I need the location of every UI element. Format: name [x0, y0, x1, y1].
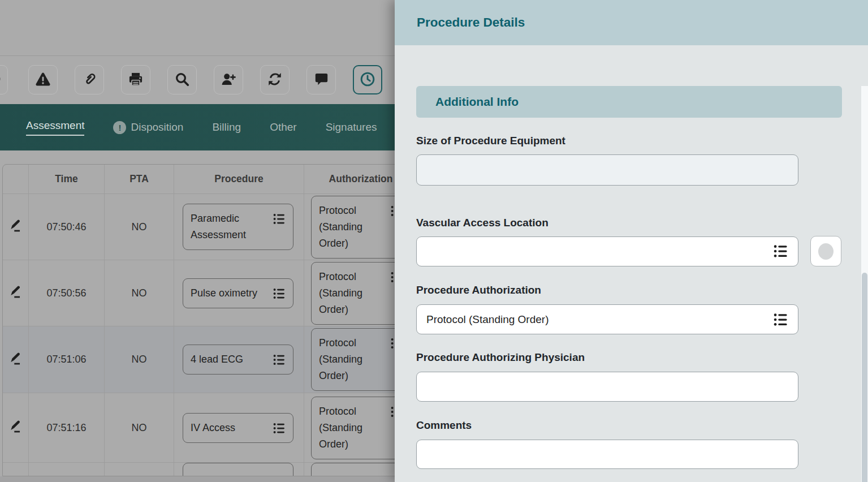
edit-pencil-icon	[8, 218, 23, 235]
header-time: Time	[29, 165, 105, 194]
print-button[interactable]	[121, 65, 150, 94]
vascular-access-location-input[interactable]	[416, 236, 798, 266]
list-icon	[273, 213, 286, 225]
procedure-cell: Pulse oximetry	[174, 260, 304, 326]
time-cell: 07:51:16	[29, 393, 105, 463]
warning-circle-icon: !	[113, 121, 126, 134]
header-pta: PTA	[105, 165, 174, 194]
tab-other[interactable]: Other	[270, 121, 297, 134]
comments-button[interactable]	[306, 65, 336, 94]
person-add-icon	[221, 71, 236, 89]
tab-assessment[interactable]: Assessment	[26, 119, 84, 136]
edit-cell[interactable]	[3, 326, 29, 393]
edit-cell[interactable]	[3, 194, 29, 260]
header-procedure: Procedure	[174, 165, 304, 194]
authorization-value: Protocol (Standing Order)	[319, 203, 384, 252]
procedure-authorization-label: Procedure Authorization	[416, 284, 868, 296]
list-icon	[774, 244, 788, 259]
edit-pencil-icon	[8, 419, 23, 436]
list-icon	[273, 354, 286, 366]
procedure-picker[interactable]: 4 lead ECG	[183, 345, 293, 375]
procedure-cell: IV Access	[174, 393, 304, 463]
panel-header: Procedure Details	[395, 0, 868, 45]
procedure-authorizing-physician-input[interactable]	[416, 372, 798, 402]
procedure-cell: Paramedic Assessment	[174, 194, 304, 260]
tab-billing[interactable]: Billing	[212, 121, 241, 134]
edit-cell[interactable]	[3, 393, 29, 463]
complete-button[interactable]	[0, 65, 8, 94]
comments-label: Comments	[416, 419, 868, 432]
paperclip-icon	[81, 71, 97, 89]
pta-cell: NO	[105, 260, 174, 326]
time-cell	[29, 463, 105, 476]
edit-pencil-icon	[8, 285, 23, 302]
check-circle-icon	[0, 71, 1, 88]
procedure-value: Pulse oximetry	[191, 285, 266, 302]
authorization-value: Protocol (Standing Order)	[319, 335, 384, 384]
vascular-access-option-button[interactable]	[810, 236, 841, 266]
procedure-picker[interactable]	[183, 463, 293, 476]
sync-button[interactable]	[260, 65, 290, 94]
chat-icon	[314, 71, 329, 88]
search-button[interactable]	[167, 65, 197, 94]
edit-cell[interactable]	[3, 260, 29, 326]
warning-triangle-icon	[35, 71, 51, 89]
panel-body: Additional Info Size of Procedure Equipm…	[395, 86, 868, 482]
time-cell: 07:50:46	[29, 194, 105, 260]
pta-cell: NO	[105, 326, 174, 393]
procedure-cell	[174, 463, 304, 476]
tab-disposition[interactable]: ! Disposition	[113, 121, 183, 134]
list-icon	[273, 422, 286, 434]
tab-assessment-label: Assessment	[26, 119, 84, 136]
section-title: Additional Info	[435, 95, 519, 109]
procedure-picker[interactable]: IV Access	[183, 413, 293, 443]
vascular-access-location-label: Vascular Access Location	[416, 217, 868, 229]
procedure-authorizing-physician-label: Procedure Authorizing Physician	[416, 351, 868, 364]
edit-cell	[3, 463, 29, 476]
procedure-authorization-input[interactable]: Protocol (Standing Order)	[416, 304, 798, 334]
comments-input[interactable]	[416, 440, 798, 469]
table-row-selected: 07:51:06 NO 4 lead ECG Protocol (Standin…	[3, 326, 418, 393]
procedure-details-panel: Procedure Details Additional Info Size o…	[395, 0, 868, 482]
panel-title: Procedure Details	[417, 15, 525, 30]
tab-signatures-label: Signatures	[326, 121, 377, 134]
time-cell: 07:50:56	[29, 260, 105, 326]
size-of-procedure-equipment-label: Size of Procedure Equipment	[416, 135, 868, 147]
search-icon	[174, 71, 190, 89]
procedure-value: Paramedic Assessment	[191, 210, 266, 243]
edit-pencil-icon	[8, 351, 23, 368]
table-row: 07:51:16 NO IV Access Protocol (Standing…	[3, 393, 418, 463]
size-of-procedure-equipment-input[interactable]	[416, 154, 798, 186]
table-header-row: Time PTA Procedure Authorization	[3, 165, 418, 194]
table-row: 07:50:56 NO Pulse oximetry Protocol (Sta…	[3, 260, 418, 326]
sync-icon	[267, 71, 283, 89]
pta-cell	[105, 463, 174, 476]
alerts-button[interactable]	[28, 65, 58, 94]
table-row-partial	[3, 463, 418, 476]
panel-scrollbar-thumb[interactable]	[862, 273, 867, 482]
procedure-value: 4 lead ECG	[191, 351, 266, 368]
procedures-table: Time PTA Procedure Authorization 07:50:4…	[2, 164, 419, 476]
clock-icon	[359, 71, 376, 89]
app-screen: Assessment ! Disposition Billing Other S…	[0, 0, 868, 482]
procedure-picker[interactable]: Paramedic Assessment	[183, 204, 293, 250]
gray-dot-icon	[818, 243, 834, 260]
table-row: 07:50:46 NO Paramedic Assessment Protoco…	[3, 194, 418, 260]
panel-scrollbar-track[interactable]	[861, 86, 868, 482]
procedure-picker[interactable]: Pulse oximetry	[183, 278, 293, 308]
tab-billing-label: Billing	[212, 121, 241, 134]
authorization-value: Protocol (Standing Order)	[319, 403, 384, 453]
list-icon	[774, 312, 788, 327]
time-cell: 07:51:06	[29, 326, 105, 393]
times-button[interactable]	[353, 65, 382, 94]
pta-cell: NO	[105, 194, 174, 260]
attachments-button[interactable]	[75, 65, 104, 94]
tab-other-label: Other	[270, 121, 297, 134]
pta-cell: NO	[105, 393, 174, 463]
tab-disposition-label: Disposition	[131, 121, 183, 134]
tab-signatures[interactable]: Signatures	[326, 121, 377, 134]
procedure-cell: 4 lead ECG	[174, 326, 304, 393]
procedure-value: IV Access	[191, 420, 266, 436]
add-person-button[interactable]	[214, 65, 243, 94]
section-additional-info: Additional Info	[416, 86, 842, 118]
